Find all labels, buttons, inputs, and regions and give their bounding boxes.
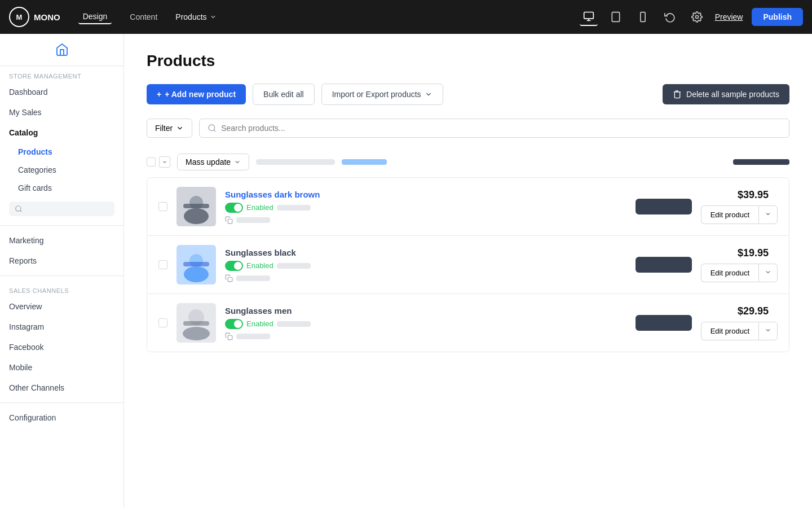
edit-product-button-1[interactable]: Edit product — [701, 205, 758, 224]
sidebar-item-reports[interactable]: Reports — [0, 251, 123, 271]
svg-rect-14 — [228, 219, 232, 224]
table-row: Sunglasses dark brown Enabled — [147, 178, 789, 236]
sidebar-item-dashboard[interactable]: Dashboard — [0, 82, 123, 102]
edit-product-dropdown-2[interactable] — [758, 264, 778, 282]
logo[interactable]: M MONO — [9, 7, 60, 27]
product-status-3: Enabled — [225, 319, 626, 329]
product-checkbox-3[interactable] — [158, 318, 167, 327]
svg-point-6 — [16, 206, 21, 211]
product-price-actions-2: $19.95 Edit product — [701, 247, 778, 282]
mass-update-button[interactable]: Mass update — [177, 154, 249, 170]
tablet-icon[interactable] — [607, 8, 625, 26]
product-price-3: $29.95 — [738, 305, 769, 317]
product-skeleton-3b — [236, 334, 270, 339]
copy-icon-2[interactable] — [225, 274, 233, 282]
history-icon[interactable] — [661, 8, 679, 26]
sidebar-item-marketing[interactable]: Marketing — [0, 230, 123, 251]
copy-icon-3[interactable] — [225, 332, 233, 340]
publish-button[interactable]: Publish — [752, 8, 803, 26]
edit-product-dropdown-1[interactable] — [758, 205, 778, 224]
product-image-3 — [176, 303, 216, 343]
sidebar-item-mobile[interactable]: Mobile — [0, 357, 123, 378]
sidebar-divider-1 — [0, 225, 123, 226]
skeleton-bar-3 — [733, 159, 789, 165]
svg-rect-24 — [228, 335, 232, 340]
settings-icon[interactable] — [688, 8, 706, 26]
svg-rect-18 — [183, 262, 209, 266]
product-skeleton-1a — [277, 205, 311, 211]
sidebar: Store management Dashboard My Sales Cata… — [0, 34, 124, 508]
product-list: Sunglasses dark brown Enabled — [147, 177, 789, 352]
svg-point-8 — [209, 125, 215, 131]
desktop-icon[interactable] — [580, 8, 598, 26]
product-skeleton-2a — [277, 263, 311, 269]
product-actions-3: Edit product — [701, 322, 778, 340]
edit-product-dropdown-3[interactable] — [758, 322, 778, 340]
sidebar-item-other-channels[interactable]: Other Channels — [0, 378, 123, 398]
nav-products-chevron-icon — [209, 13, 217, 21]
import-export-button[interactable]: Import or Export products — [321, 84, 443, 105]
filter-button[interactable]: Filter — [147, 119, 192, 138]
sidebar-item-products[interactable]: Products — [0, 143, 123, 161]
product-toggle-1[interactable] — [225, 203, 243, 213]
sidebar-item-configuration[interactable]: Configuration — [0, 408, 123, 428]
preview-button[interactable]: Preview — [715, 12, 743, 21]
sidebar-home-icon[interactable] — [0, 34, 123, 66]
product-checkbox-1[interactable] — [158, 202, 167, 211]
product-status-label-3: Enabled — [246, 319, 273, 328]
delete-samples-button[interactable]: Delete all sample products — [663, 84, 789, 104]
copy-icon-1[interactable] — [225, 216, 233, 224]
sidebar-search[interactable] — [0, 197, 123, 221]
product-name-2[interactable]: Sunglasses black — [225, 248, 626, 257]
mobile-icon[interactable] — [634, 8, 652, 26]
product-price-actions-3: $29.95 Edit product — [701, 305, 778, 340]
svg-point-17 — [184, 266, 209, 282]
product-toggle-3[interactable] — [225, 319, 243, 329]
svg-line-7 — [20, 211, 22, 212]
search-icon — [208, 124, 217, 133]
product-actions-1: Edit product — [701, 205, 778, 224]
add-product-button[interactable]: + + Add new product — [147, 84, 246, 104]
sidebar-item-gift-cards[interactable]: Gift cards — [0, 179, 123, 197]
bulk-edit-button[interactable]: Bulk edit all — [253, 84, 315, 105]
nav-icons: Preview Publish — [580, 8, 803, 26]
main-content: Products + + Add new product Bulk edit a… — [124, 34, 812, 508]
delete-samples-label: Delete all sample products — [686, 90, 779, 99]
sidebar-item-my-sales[interactable]: My Sales — [0, 102, 123, 122]
product-status-1: Enabled — [225, 203, 626, 213]
nav-design[interactable]: Design — [78, 10, 112, 24]
sidebar-item-facebook[interactable]: Facebook — [0, 337, 123, 357]
page-title: Products — [147, 52, 789, 70]
filter-label: Filter — [155, 124, 173, 133]
search-bar[interactable] — [199, 119, 789, 138]
product-name-3[interactable]: Sunglasses men — [225, 306, 626, 316]
product-bar-2 — [636, 257, 692, 273]
edit-product-button-2[interactable]: Edit product — [701, 264, 758, 282]
product-toggle-2[interactable] — [225, 261, 243, 271]
product-name-1[interactable]: Sunglasses dark brown — [225, 190, 626, 199]
product-checkbox-2[interactable] — [158, 260, 167, 269]
search-input[interactable] — [221, 124, 781, 133]
sidebar-search-icon — [15, 205, 23, 213]
product-price-2: $19.95 — [738, 247, 769, 259]
sidebar-item-catalog[interactable]: Catalog — [0, 122, 123, 143]
select-all-chevron[interactable] — [159, 156, 170, 168]
nav-content[interactable]: Content — [125, 10, 162, 24]
select-all-checkbox-group[interactable] — [147, 156, 170, 168]
edit-product-button-3[interactable]: Edit product — [701, 322, 758, 340]
select-all-checkbox[interactable] — [147, 157, 156, 167]
product-info-2: Sunglasses black Enabled — [225, 248, 626, 282]
product-image-2 — [176, 245, 216, 284]
sidebar-item-instagram[interactable]: Instagram — [0, 317, 123, 337]
sidebar-divider-2 — [0, 275, 123, 276]
import-export-label: Import or Export products — [332, 90, 421, 99]
product-actions-2: Edit product — [701, 264, 778, 282]
skeleton-bar-2 — [342, 159, 387, 165]
sidebar-item-categories[interactable]: Categories — [0, 161, 123, 179]
nav-products[interactable]: Products — [175, 12, 217, 21]
edit-chevron-icon-2 — [765, 269, 771, 275]
sidebar-item-overview[interactable]: Overview — [0, 296, 123, 317]
product-status-2: Enabled — [225, 261, 626, 271]
table-row: Sunglasses black Enabled $1 — [147, 236, 789, 294]
sales-channels-label: Sales channels — [0, 281, 123, 296]
